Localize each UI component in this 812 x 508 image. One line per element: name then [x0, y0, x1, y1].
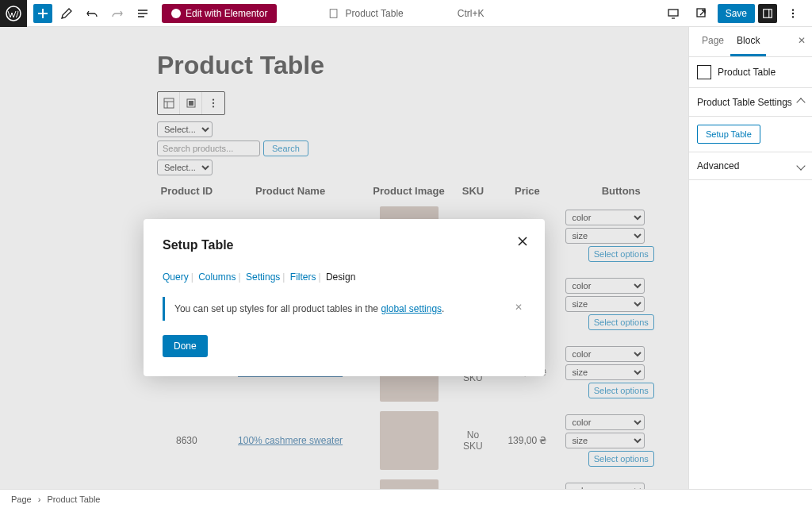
sidebar-close-button[interactable]: ✕	[798, 35, 806, 46]
info-notice: You can set up styles for all product ta…	[163, 297, 526, 321]
info-dismiss-button[interactable]: ✕	[515, 302, 523, 313]
document-title: Product Table	[346, 8, 404, 19]
sidebar-toggle-button[interactable]	[758, 4, 777, 23]
edit-with-elementor-button[interactable]: Edit with Elementor	[162, 4, 277, 23]
setup-table-button[interactable]: Setup Table	[697, 125, 760, 144]
save-button[interactable]: Save	[718, 4, 755, 23]
view-page-button[interactable]	[691, 2, 713, 25]
elementor-label: Edit with Elementor	[186, 8, 267, 19]
modal-backdrop: Setup Table Query| Columns| Settings| Fi…	[0, 27, 688, 489]
svg-point-6	[792, 12, 794, 13]
editor-canvas: Product Table Select... Search Select...…	[0, 27, 688, 489]
undo-button[interactable]	[81, 2, 103, 25]
top-toolbar: Edit with Elementor Product Table Ctrl+K…	[0, 0, 812, 27]
info-text: You can set up styles for all product ta…	[174, 303, 381, 314]
chevron-down-icon	[798, 160, 804, 171]
section-advanced[interactable]: Advanced	[689, 152, 812, 180]
modal-tabs: Query| Columns| Settings| Filters| Desig…	[163, 271, 526, 283]
setup-table-modal: Setup Table Query| Columns| Settings| Fi…	[144, 219, 545, 376]
tab-page[interactable]: Page	[695, 27, 730, 56]
breadcrumb: Page › Product Table	[0, 489, 812, 508]
sidebar-tabs: Page Block ✕	[689, 27, 812, 57]
modal-close-button[interactable]	[516, 235, 529, 250]
page-icon	[328, 8, 339, 19]
svg-point-5	[792, 9, 794, 10]
elementor-icon	[171, 9, 181, 18]
chevron-up-icon	[798, 96, 804, 108]
tab-query[interactable]: Query	[163, 271, 189, 283]
list-view-button[interactable]	[132, 2, 154, 25]
redo-button[interactable]	[106, 2, 128, 25]
tab-block[interactable]: Block	[730, 27, 766, 56]
svg-rect-2	[668, 10, 678, 16]
svg-rect-4	[764, 9, 772, 17]
block-name: Product Table	[718, 67, 776, 78]
wordpress-logo[interactable]	[0, 0, 27, 27]
svg-point-7	[792, 16, 794, 17]
document-title-bar[interactable]: Product Table Ctrl+K	[328, 8, 485, 19]
breadcrumb-current[interactable]: Product Table	[47, 495, 100, 504]
keyboard-shortcut: Ctrl+K	[458, 8, 485, 19]
tab-design[interactable]: Design	[326, 271, 355, 283]
device-preview-button[interactable]	[662, 2, 684, 25]
block-icon	[697, 65, 711, 79]
global-settings-link[interactable]: global settings	[381, 303, 442, 314]
breadcrumb-root[interactable]: Page	[11, 495, 32, 504]
add-block-button[interactable]	[33, 4, 52, 23]
breadcrumb-separator: ›	[38, 495, 41, 504]
done-button[interactable]: Done	[163, 335, 208, 357]
edit-icon[interactable]	[56, 2, 78, 25]
tab-columns[interactable]: Columns	[198, 271, 236, 283]
block-identity: Product Table	[689, 57, 812, 88]
settings-sidebar: Page Block ✕ Product Table Product Table…	[688, 27, 812, 489]
tab-filters[interactable]: Filters	[290, 271, 316, 283]
section-product-table-settings[interactable]: Product Table Settings	[689, 88, 812, 117]
svg-rect-1	[330, 9, 337, 17]
options-menu-button[interactable]	[782, 2, 804, 25]
tab-settings[interactable]: Settings	[246, 271, 280, 283]
modal-title: Setup Table	[163, 238, 526, 252]
